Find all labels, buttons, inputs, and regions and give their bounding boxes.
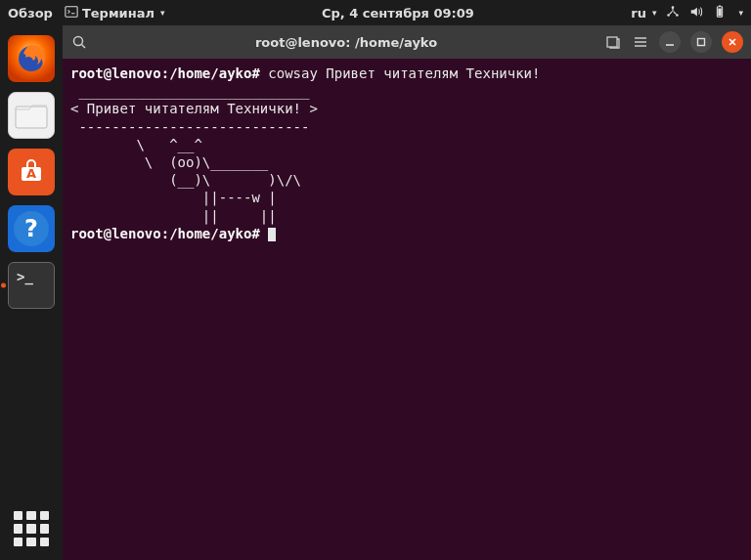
- dock-item-software[interactable]: A: [8, 149, 55, 195]
- app-menu-label: Терминал: [82, 6, 155, 21]
- workspace: A ? >_ root@lenovo: /home/ayko: [0, 25, 751, 560]
- close-button[interactable]: [722, 31, 743, 53]
- svg-rect-17: [698, 39, 705, 46]
- activities-button[interactable]: Обзор: [8, 6, 53, 21]
- window-title: root@lenovo: /home/ayko: [88, 35, 604, 50]
- maximize-button[interactable]: [690, 31, 712, 53]
- battery-icon[interactable]: [713, 5, 727, 22]
- svg-rect-5: [720, 5, 722, 6]
- hamburger-menu-button[interactable]: [632, 33, 649, 51]
- gnome-top-panel: Обзор Терминал ▾ Ср, 4 сентября 09:09 ru…: [0, 0, 751, 25]
- app-menu[interactable]: Терминал ▾: [65, 5, 165, 22]
- prompt: root@lenovo:/home/ayko#: [70, 226, 260, 241]
- prompt: root@lenovo:/home/ayko#: [70, 65, 260, 81]
- dock: A ? >_: [0, 25, 63, 560]
- network-icon[interactable]: [666, 5, 680, 22]
- software-icon: A: [17, 157, 46, 187]
- search-button[interactable]: [70, 33, 88, 51]
- chevron-down-icon: ▾: [652, 8, 657, 18]
- volume-icon[interactable]: [689, 5, 703, 22]
- clock[interactable]: Ср, 4 сентября 09:09: [164, 6, 631, 21]
- svg-point-13: [74, 37, 83, 46]
- minimize-button[interactable]: [659, 31, 681, 53]
- help-icon: ?: [12, 209, 51, 248]
- keyboard-layout-label: ru: [631, 6, 646, 21]
- svg-text:A: A: [26, 166, 36, 181]
- keyboard-layout-indicator[interactable]: ru ▾: [631, 6, 656, 21]
- chevron-down-icon[interactable]: ▾: [738, 8, 743, 18]
- terminal-content[interactable]: root@lenovo:/home/ayko# cowsay Привет чи…: [63, 59, 751, 560]
- command-text: cowsay Привет читателям Технички!: [268, 65, 540, 81]
- dock-item-files[interactable]: [8, 92, 55, 139]
- new-tab-button[interactable]: [604, 33, 622, 51]
- folder-icon: [15, 102, 48, 129]
- command-output: ____________________________ < Привет чи…: [70, 83, 318, 223]
- dock-item-help[interactable]: ?: [8, 205, 55, 252]
- svg-text:?: ?: [24, 215, 38, 242]
- terminal-glyph: >_: [17, 269, 33, 284]
- clock-label: Ср, 4 сентября 09:09: [322, 6, 474, 21]
- svg-rect-0: [66, 6, 77, 17]
- terminal-icon: [65, 5, 78, 22]
- svg-line-14: [82, 45, 86, 49]
- dock-item-firefox[interactable]: [8, 35, 55, 82]
- svg-rect-6: [719, 8, 723, 16]
- dock-item-terminal[interactable]: >_: [8, 262, 55, 309]
- firefox-icon: [14, 41, 49, 76]
- window-titlebar: root@lenovo: /home/ayko: [63, 25, 751, 59]
- cursor: [268, 228, 276, 241]
- svg-rect-15: [607, 37, 617, 47]
- terminal-window: root@lenovo: /home/ayko root@le: [63, 25, 751, 560]
- activities-label: Обзор: [8, 6, 53, 21]
- show-applications-button[interactable]: [14, 511, 49, 546]
